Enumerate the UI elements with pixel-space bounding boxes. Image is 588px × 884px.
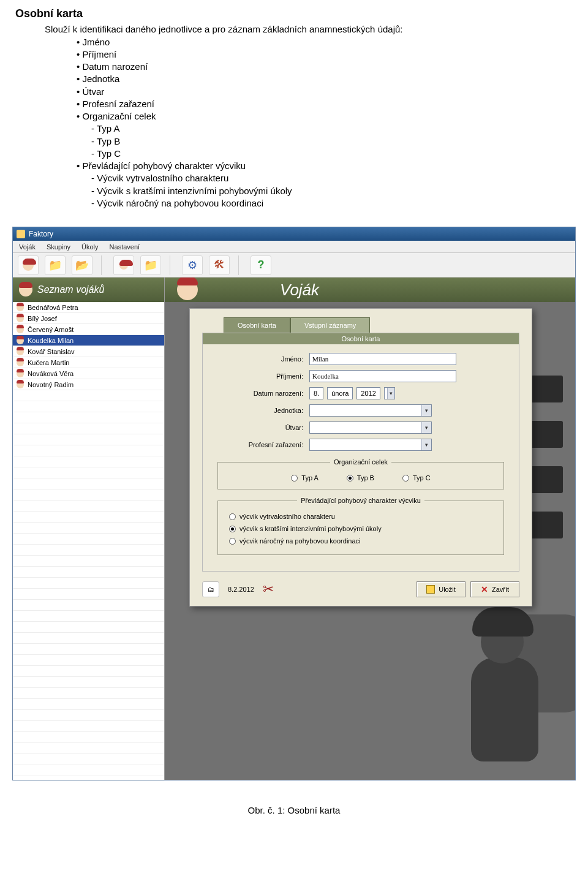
toolbar-btn-folder1[interactable]: 📁: [45, 255, 66, 275]
input-prijmeni[interactable]: [309, 370, 456, 382]
toolbar-btn-soldier[interactable]: [18, 255, 39, 275]
list-blank-row: [13, 710, 164, 721]
soldier-name: Bílý Josef: [28, 315, 57, 322]
radio-org-c[interactable]: Typ C: [402, 474, 431, 482]
form-footer: 🗂 8.2.2012 ✂ Uložit ✕ Zavřít: [202, 581, 519, 597]
label-prof: Profesní zařazení:: [217, 441, 309, 448]
section-title: Osobní karta: [203, 333, 519, 344]
radio-mov-3[interactable]: výcvik náročný na pohybovou koordinaci: [229, 537, 492, 545]
window-titlebar[interactable]: Faktory: [13, 227, 575, 241]
dob-month[interactable]: února: [327, 387, 353, 399]
sidebar-title: Seznam vojáků: [37, 284, 104, 295]
soldier-row[interactable]: Koudelka Milan: [13, 335, 164, 346]
calendar-icon[interactable]: 🗂: [202, 581, 219, 597]
list-blank-row: [13, 721, 164, 732]
save-icon: [426, 585, 435, 594]
chevron-down-icon[interactable]: ▾: [387, 388, 394, 399]
combo-jednotka[interactable]: ▾: [309, 404, 432, 417]
chevron-down-icon[interactable]: ▾: [421, 439, 431, 450]
soldier-name: Nováková Věra: [28, 370, 74, 377]
soldier-name: Kučera Martin: [28, 359, 69, 366]
group-movement: Převládající pohybový charakter výcviku …: [217, 497, 504, 555]
toolbar-separator: [170, 255, 173, 275]
menu-vojak[interactable]: Voják: [19, 243, 36, 251]
window-title: Faktory: [29, 230, 53, 238]
list-blank-row: [13, 611, 164, 622]
soldier-name: Bednářová Petra: [28, 304, 78, 311]
list-blank-row: [13, 456, 164, 467]
list-blank-row: [13, 401, 164, 412]
list-blank-row: [13, 644, 164, 655]
dob-year[interactable]: 2012: [356, 387, 380, 399]
doc-subbullet: Výcvik náročný na pohybovou koordinaci: [91, 197, 573, 210]
doc-bullet: Příjmení: [77, 48, 573, 61]
toolbar-btn-groupfolder[interactable]: 📁: [140, 255, 161, 275]
save-button[interactable]: Uložit: [417, 581, 466, 597]
group-org-legend: Organizační celek: [330, 458, 391, 466]
tab-panel: Osobní karta Jméno: Příjmení: Datum naro…: [202, 333, 519, 572]
soldier-mini-icon: [17, 304, 24, 311]
doc-subbullet: Výcvik vytrvalostního charakteru: [91, 172, 573, 184]
doc-subbullet: Typ C: [91, 148, 573, 160]
bg-soldier-art: [465, 578, 575, 774]
radio-org-b[interactable]: Typ B: [347, 474, 374, 482]
list-blank-row: [13, 589, 164, 600]
list-blank-row: [13, 578, 164, 589]
soldier-row[interactable]: Kučera Martin: [13, 357, 164, 368]
doc-subbullet: Výcvik s kratšími intenzivními pohybovým…: [91, 185, 573, 197]
soldier-name: Koudelka Milan: [28, 337, 74, 344]
footer-date: 8.2.2012: [228, 586, 254, 593]
group-org: Organizační celek Typ A Typ B Typ C: [217, 458, 504, 489]
toolbar-btn-help[interactable]: ?: [251, 255, 271, 275]
toolbar-btn-folder2[interactable]: 📂: [72, 255, 92, 275]
soldier-row[interactable]: Nováková Věra: [13, 368, 164, 379]
radio-org-a[interactable]: Typ A: [291, 474, 318, 482]
list-blank-row: [13, 666, 164, 677]
toolbar-btn-settings[interactable]: ⚙: [182, 255, 203, 275]
list-blank-row: [13, 655, 164, 666]
doc-subbullet: Typ A: [91, 123, 573, 135]
list-blank-row: [13, 688, 164, 699]
doc-bullet-list: Jméno Příjmení Datum narození Jednotka Ú…: [77, 36, 573, 210]
dob-day[interactable]: 8.: [309, 387, 323, 399]
soldier-row[interactable]: Červený Arnošt: [13, 324, 164, 335]
chevron-down-icon[interactable]: ▾: [421, 405, 431, 416]
soldier-row[interactable]: Bednářová Petra: [13, 302, 164, 313]
tab-personal[interactable]: Osobní karta: [224, 317, 290, 333]
doc-bullet: Jednotka: [77, 73, 573, 85]
toolbar-btn-group[interactable]: [113, 255, 134, 275]
doc-heading: Osobní karta: [15, 6, 573, 21]
chevron-down-icon[interactable]: ▾: [421, 422, 431, 433]
input-jmeno[interactable]: [309, 353, 456, 365]
scissors-icon[interactable]: ✂: [263, 581, 274, 597]
doc-bullet: Jméno: [77, 36, 573, 48]
radio-mov-1[interactable]: výcvik vytrvalostního charakteru: [229, 513, 492, 520]
soldier-mini-icon: [17, 359, 24, 366]
radio-mov-2[interactable]: výcvik s kratšími intenzivními pohybovým…: [229, 525, 492, 532]
menu-nastaveni[interactable]: Nastavení: [110, 243, 140, 251]
tab-entry[interactable]: Vstupní záznamy: [290, 317, 370, 333]
combo-utvar[interactable]: ▾: [309, 421, 432, 434]
sidebar: Seznam vojáků Bednářová PetraBílý JosefČ…: [13, 278, 165, 780]
soldier-list[interactable]: Bednářová PetraBílý JosefČervený ArnoštK…: [13, 302, 164, 780]
panel-title: Voják: [280, 281, 319, 300]
soldier-row[interactable]: Bílý Josef: [13, 313, 164, 324]
combo-prof[interactable]: ▾: [309, 439, 432, 451]
soldier-row[interactable]: Novotný Radim: [13, 379, 164, 390]
menubar: Voják Skupiny Úkoly Nastavení: [13, 241, 575, 253]
soldier-icon: [177, 279, 198, 300]
toolbar-btn-tools[interactable]: 🛠: [209, 255, 230, 275]
menu-ukoly[interactable]: Úkoly: [81, 243, 99, 251]
figure-caption: Obr. č. 1: Osobní karta: [0, 805, 588, 815]
doc-bullet: Organizační celek: [77, 110, 573, 123]
soldier-row[interactable]: Kovář Stanislav: [13, 346, 164, 357]
list-blank-row: [13, 732, 164, 743]
doc-bullet: Útvar: [77, 86, 573, 98]
list-blank-row: [13, 633, 164, 644]
soldier-name: Novotný Radim: [28, 381, 74, 388]
menu-skupiny[interactable]: Skupiny: [47, 243, 70, 251]
close-button[interactable]: ✕ Zavřít: [470, 581, 519, 597]
soldier-mini-icon: [17, 326, 24, 333]
dob-picker[interactable]: 8. února 2012 ▾: [309, 387, 395, 399]
doc-subbullet: Typ B: [91, 135, 573, 148]
